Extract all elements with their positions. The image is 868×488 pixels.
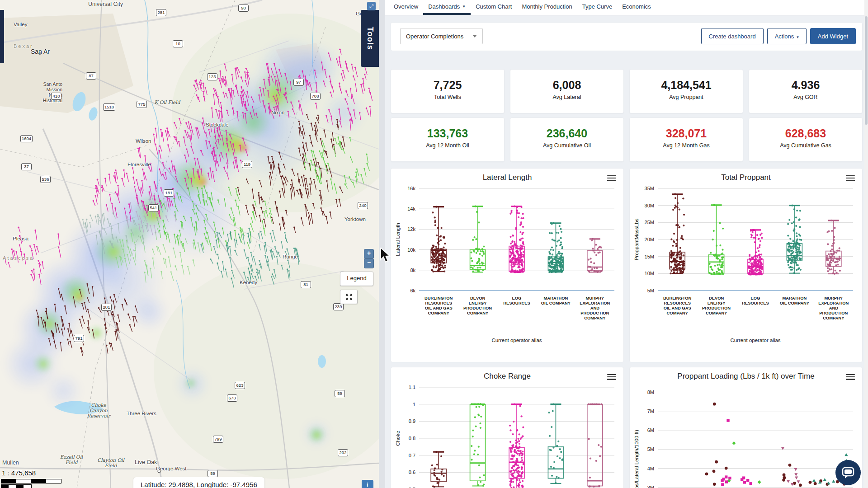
nav-tabs: OverviewDashboards▼Custom ChartMonthly P…	[385, 0, 868, 15]
tools-tab-label: Tools	[365, 27, 375, 50]
svg-text:COMPANY: COMPANY	[823, 315, 844, 320]
svg-text:COMPANY: COMPANY	[584, 315, 606, 320]
svg-text:ENERGY: ENERGY	[468, 300, 486, 305]
map-scale-bar-secondary	[1, 484, 32, 488]
tab-label: Dashboards	[428, 3, 460, 10]
tab-dashboards[interactable]: Dashboards▼	[423, 0, 471, 15]
map-info-button[interactable]: i	[362, 480, 373, 488]
svg-text:1: 1	[412, 402, 415, 407]
svg-text:ProppantMassLbs: ProppantMassLbs	[634, 218, 639, 260]
chart-title: Lateral Length	[391, 173, 623, 182]
kpi-card-total-wells: 7,725Total Wells	[391, 69, 505, 113]
svg-text:15M: 15M	[644, 254, 654, 259]
map-well-sticks-layer	[0, 0, 379, 488]
chart-menu-icon[interactable]	[607, 174, 616, 182]
kpi-value: 4.936	[749, 79, 862, 92]
create-dashboard-button[interactable]: Create dashboard	[701, 28, 764, 44]
chart-grid: Lateral Length6k8k10k12k14k16kLateral Le…	[391, 168, 863, 488]
svg-text:5M: 5M	[647, 288, 654, 293]
kpi-value: 133,763	[391, 127, 504, 140]
svg-text:12k: 12k	[407, 226, 415, 232]
kpi-value: 628,683	[749, 127, 862, 140]
svg-text:PRODUCTION: PRODUCTION	[580, 310, 609, 315]
kpi-value: 6,008	[510, 79, 623, 92]
top-navigation: OverviewDashboards▼Custom ChartMonthly P…	[385, 0, 868, 15]
chart-plot-lateral-length: 6k8k10k12k14k16kLateral LengthBURLINGTON…	[393, 183, 622, 360]
svg-text:COMPANY: COMPANY	[705, 310, 727, 315]
dashboard-content: Operator Completions Create dashboard Ac…	[385, 15, 868, 488]
svg-text:8M: 8M	[647, 389, 654, 395]
chat-widget-button[interactable]	[835, 460, 861, 486]
kpi-label: Avg Cumulative Gas	[749, 142, 862, 149]
collapsed-panel-strip[interactable]	[0, 10, 4, 63]
svg-text:16k: 16k	[407, 186, 415, 191]
svg-text:6k: 6k	[410, 288, 415, 293]
map-zoom-out-button[interactable]: −	[364, 258, 374, 268]
svg-text:OIL AND GAS: OIL AND GAS	[663, 305, 691, 310]
svg-text:14k: 14k	[407, 206, 415, 211]
chart-plot-total-proppant: 5M10M15M20M25M30M35MProppantMassLbsBURLI…	[632, 183, 860, 360]
add-widget-button[interactable]: Add Widget	[810, 28, 856, 44]
kpi-label: Avg Cumulative Oil	[510, 142, 623, 149]
svg-text:MURPHY: MURPHY	[585, 296, 604, 300]
svg-text:EXPLORATION: EXPLORATION	[580, 300, 610, 305]
svg-text:Current operator alias: Current operator alias	[730, 338, 780, 343]
map-zoom-in-button[interactable]: +	[364, 249, 374, 259]
svg-text:DEVON: DEVON	[470, 296, 485, 300]
svg-text:5M: 5M	[647, 446, 654, 452]
tab-label: Economics	[622, 3, 651, 10]
chart-menu-icon[interactable]	[846, 373, 855, 381]
kpi-card-avg-12-month-gas: 328,071Avg 12 Month Gas	[629, 117, 743, 162]
tools-expand-icon[interactable]: ⤢	[367, 2, 376, 10]
actions-button[interactable]: Actions▾	[767, 28, 807, 44]
dashboard-select[interactable]: Operator Completions	[400, 28, 483, 44]
svg-text:ENERGY: ENERGY	[707, 300, 725, 305]
svg-text:3M: 3M	[647, 485, 654, 488]
chart-card-lateral-length: Lateral Length6k8k10k12k14k16kLateral Le…	[391, 168, 624, 362]
kpi-label: Avg 12 Month Oil	[391, 142, 504, 149]
svg-text:MARATHON: MARATHON	[782, 296, 807, 300]
svg-text:4M: 4M	[647, 466, 654, 471]
svg-text:30M: 30M	[644, 203, 654, 208]
kpi-value: 4,184,541	[630, 79, 743, 92]
svg-text:MURPHY: MURPHY	[824, 296, 843, 300]
svg-text:Current operator alias: Current operator alias	[491, 338, 542, 343]
map-scale-bar	[1, 479, 61, 483]
svg-text:RESOURCES: RESOURCES	[503, 300, 530, 305]
kpi-card-avg-cumulative-oil: 236,640Avg Cumulative Oil	[510, 117, 624, 162]
chart-plot-proppant-loading-lbs-1k-ft-over-time: 3M4M5M6M7M8MMass Lbs/Lateral Length/1000…	[632, 382, 860, 488]
map-legend-button[interactable]: Legend	[340, 272, 373, 286]
panel-divider[interactable]	[379, 0, 386, 488]
svg-text:EXPLORATION: EXPLORATION	[818, 300, 849, 305]
svg-text:OIL COMPANY: OIL COMPANY	[541, 300, 571, 305]
panel-scrollbar[interactable]	[864, 0, 868, 488]
chart-title: Choke Range	[391, 372, 623, 381]
svg-text:8k: 8k	[410, 267, 415, 273]
tab-custom-chart[interactable]: Custom Chart	[471, 0, 517, 15]
tab-monthly-production[interactable]: Monthly Production	[517, 0, 577, 15]
kpi-grid: 7,725Total Wells6,008Avg Lateral4,184,54…	[391, 69, 863, 162]
dashboard-panel: OverviewDashboards▼Custom ChartMonthly P…	[385, 0, 868, 488]
svg-text:RESOURCES: RESOURCES	[425, 300, 452, 305]
map-fullscreen-button[interactable]	[340, 290, 358, 304]
svg-text:0.7: 0.7	[408, 453, 415, 458]
chart-menu-icon[interactable]	[846, 174, 855, 182]
svg-text:Lateral Length: Lateral Length	[395, 223, 401, 256]
svg-text:Mass Lbs/Lateral Length/1000 f: Mass Lbs/Lateral Length/1000 ft)	[634, 430, 639, 488]
map-canvas[interactable]: Universal CityGonzaValleyBexarSan ArStoc…	[0, 0, 379, 488]
svg-text:25M: 25M	[644, 220, 654, 225]
chart-card-choke-range: Choke Range0.50.60.70.80.911.1ChokeBURLI…	[391, 367, 624, 488]
kpi-value: 7,725	[391, 79, 504, 92]
tab-economics[interactable]: Economics	[617, 0, 656, 15]
tab-type-curve[interactable]: Type Curve	[577, 0, 617, 15]
chart-menu-icon[interactable]	[607, 373, 616, 381]
tab-label: Custom Chart	[476, 3, 512, 10]
kpi-label: Avg 12 Month Gas	[630, 142, 743, 149]
scrollbar-thumb[interactable]	[865, 16, 868, 125]
svg-text:Choke: Choke	[395, 431, 401, 446]
svg-text:20M: 20M	[644, 237, 654, 242]
tab-overview[interactable]: Overview	[389, 0, 423, 15]
tools-tab[interactable]: Tools	[361, 10, 379, 67]
chart-title: Proppant Loading (Lbs / 1k ft) over Time	[630, 372, 862, 381]
svg-text:BURLINGTON: BURLINGTON	[425, 296, 453, 300]
